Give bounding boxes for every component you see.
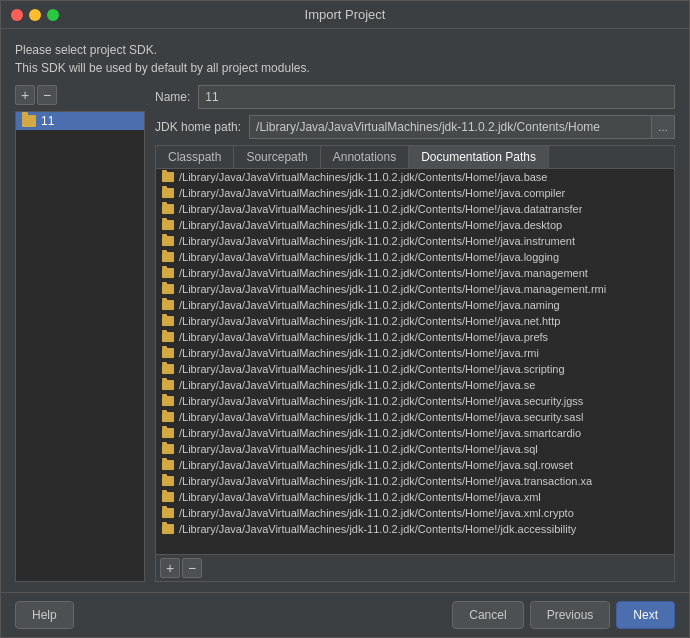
description-block: Please select project SDK. This SDK will… — [15, 41, 675, 77]
folder-icon — [162, 380, 174, 390]
folder-icon — [162, 316, 174, 326]
path-list-item[interactable]: /Library/Java/JavaVirtualMachines/jdk-11… — [156, 185, 674, 201]
previous-button[interactable]: Previous — [530, 601, 611, 629]
path-text: /Library/Java/JavaVirtualMachines/jdk-11… — [179, 443, 538, 455]
tab-sourcepath[interactable]: Sourcepath — [234, 146, 320, 168]
maximize-button[interactable] — [47, 9, 59, 21]
path-list-item[interactable]: /Library/Java/JavaVirtualMachines/jdk-11… — [156, 281, 674, 297]
path-list-item[interactable]: /Library/Java/JavaVirtualMachines/jdk-11… — [156, 377, 674, 393]
add-path-button[interactable]: + — [160, 558, 180, 578]
footer: Help Cancel Previous Next — [1, 592, 689, 637]
tab-annotations[interactable]: Annotations — [321, 146, 409, 168]
path-list-item[interactable]: /Library/Java/JavaVirtualMachines/jdk-11… — [156, 217, 674, 233]
path-text: /Library/Java/JavaVirtualMachines/jdk-11… — [179, 347, 539, 359]
jdk-path-label: JDK home path: — [155, 120, 241, 134]
folder-icon — [162, 236, 174, 246]
path-text: /Library/Java/JavaVirtualMachines/jdk-11… — [179, 459, 573, 471]
tab-classpath[interactable]: Classpath — [156, 146, 234, 168]
path-list-item[interactable]: /Library/Java/JavaVirtualMachines/jdk-11… — [156, 505, 674, 521]
paths-toolbar: + − — [156, 554, 674, 581]
window-controls — [11, 9, 59, 21]
path-list-item[interactable]: /Library/Java/JavaVirtualMachines/jdk-11… — [156, 265, 674, 281]
window-title: Import Project — [305, 7, 386, 22]
folder-icon — [162, 332, 174, 342]
path-text: /Library/Java/JavaVirtualMachines/jdk-11… — [179, 427, 581, 439]
sdk-toolbar: + − — [15, 85, 145, 105]
path-text: /Library/Java/JavaVirtualMachines/jdk-11… — [179, 299, 560, 311]
path-list-item[interactable]: /Library/Java/JavaVirtualMachines/jdk-11… — [156, 473, 674, 489]
folder-icon — [162, 252, 174, 262]
path-list-item[interactable]: /Library/Java/JavaVirtualMachines/jdk-11… — [156, 361, 674, 377]
name-input[interactable] — [198, 85, 675, 109]
folder-icon — [162, 508, 174, 518]
minimize-button[interactable] — [29, 9, 41, 21]
path-list-item[interactable]: /Library/Java/JavaVirtualMachines/jdk-11… — [156, 329, 674, 345]
folder-icon — [162, 364, 174, 374]
tabs-header: Classpath Sourcepath Annotations Documen… — [156, 146, 674, 169]
next-button[interactable]: Next — [616, 601, 675, 629]
path-list-item[interactable]: /Library/Java/JavaVirtualMachines/jdk-11… — [156, 297, 674, 313]
description-line2: This SDK will be used by default by all … — [15, 59, 675, 77]
path-list-item[interactable]: /Library/Java/JavaVirtualMachines/jdk-11… — [156, 409, 674, 425]
path-text: /Library/Java/JavaVirtualMachines/jdk-11… — [179, 235, 575, 247]
folder-icon — [162, 220, 174, 230]
path-text: /Library/Java/JavaVirtualMachines/jdk-11… — [179, 475, 592, 487]
remove-sdk-button[interactable]: − — [37, 85, 57, 105]
folder-icon — [162, 348, 174, 358]
jdk-path-input[interactable] — [249, 115, 651, 139]
cancel-button[interactable]: Cancel — [452, 601, 523, 629]
path-text: /Library/Java/JavaVirtualMachines/jdk-11… — [179, 411, 583, 423]
sdk-item-label: 11 — [41, 114, 54, 128]
right-panel: Name: JDK home path: … Cl — [155, 85, 675, 582]
folder-icon — [162, 204, 174, 214]
folder-icon — [162, 476, 174, 486]
path-list-item[interactable]: /Library/Java/JavaVirtualMachines/jdk-11… — [156, 441, 674, 457]
path-list-item[interactable]: /Library/Java/JavaVirtualMachines/jdk-11… — [156, 457, 674, 473]
path-text: /Library/Java/JavaVirtualMachines/jdk-11… — [179, 171, 547, 183]
folder-icon — [162, 460, 174, 470]
path-text: /Library/Java/JavaVirtualMachines/jdk-11… — [179, 267, 588, 279]
path-text: /Library/Java/JavaVirtualMachines/jdk-11… — [179, 283, 606, 295]
folder-icon — [162, 188, 174, 198]
sdk-list[interactable]: 11 — [15, 111, 145, 582]
folder-icon — [162, 172, 174, 182]
add-sdk-button[interactable]: + — [15, 85, 35, 105]
path-text: /Library/Java/JavaVirtualMachines/jdk-11… — [179, 331, 548, 343]
path-list-item[interactable]: /Library/Java/JavaVirtualMachines/jdk-11… — [156, 233, 674, 249]
path-list-item[interactable]: /Library/Java/JavaVirtualMachines/jdk-11… — [156, 393, 674, 409]
folder-icon — [162, 412, 174, 422]
path-list-item[interactable]: /Library/Java/JavaVirtualMachines/jdk-11… — [156, 425, 674, 441]
folder-icon — [162, 268, 174, 278]
path-text: /Library/Java/JavaVirtualMachines/jdk-11… — [179, 219, 562, 231]
tab-documentation[interactable]: Documentation Paths — [409, 146, 549, 168]
content-area: + − 11 Name: JDK — [15, 85, 675, 582]
path-text: /Library/Java/JavaVirtualMachines/jdk-11… — [179, 203, 582, 215]
sdk-item[interactable]: 11 — [16, 112, 144, 130]
path-list-item[interactable]: /Library/Java/JavaVirtualMachines/jdk-11… — [156, 345, 674, 361]
path-text: /Library/Java/JavaVirtualMachines/jdk-11… — [179, 395, 583, 407]
window-body: Please select project SDK. This SDK will… — [1, 29, 689, 592]
close-button[interactable] — [11, 9, 23, 21]
name-row: Name: — [155, 85, 675, 109]
titlebar: Import Project — [1, 1, 689, 29]
browse-button[interactable]: … — [651, 115, 675, 139]
path-list-item[interactable]: /Library/Java/JavaVirtualMachines/jdk-11… — [156, 313, 674, 329]
description-line1: Please select project SDK. — [15, 41, 675, 59]
name-label: Name: — [155, 90, 190, 104]
browse-icon: … — [658, 122, 668, 133]
folder-icon — [162, 284, 174, 294]
path-list-item[interactable]: /Library/Java/JavaVirtualMachines/jdk-11… — [156, 249, 674, 265]
remove-path-button[interactable]: − — [182, 558, 202, 578]
folder-icon — [162, 492, 174, 502]
folder-icon — [162, 444, 174, 454]
path-list-item[interactable]: /Library/Java/JavaVirtualMachines/jdk-11… — [156, 201, 674, 217]
help-button[interactable]: Help — [15, 601, 74, 629]
path-list-item[interactable]: /Library/Java/JavaVirtualMachines/jdk-11… — [156, 489, 674, 505]
path-list-item[interactable]: /Library/Java/JavaVirtualMachines/jdk-11… — [156, 521, 674, 537]
path-list-item[interactable]: /Library/Java/JavaVirtualMachines/jdk-11… — [156, 169, 674, 185]
path-text: /Library/Java/JavaVirtualMachines/jdk-11… — [179, 315, 560, 327]
paths-list[interactable]: /Library/Java/JavaVirtualMachines/jdk-11… — [156, 169, 674, 554]
folder-icon — [22, 115, 36, 127]
folder-icon — [162, 300, 174, 310]
path-text: /Library/Java/JavaVirtualMachines/jdk-11… — [179, 507, 574, 519]
